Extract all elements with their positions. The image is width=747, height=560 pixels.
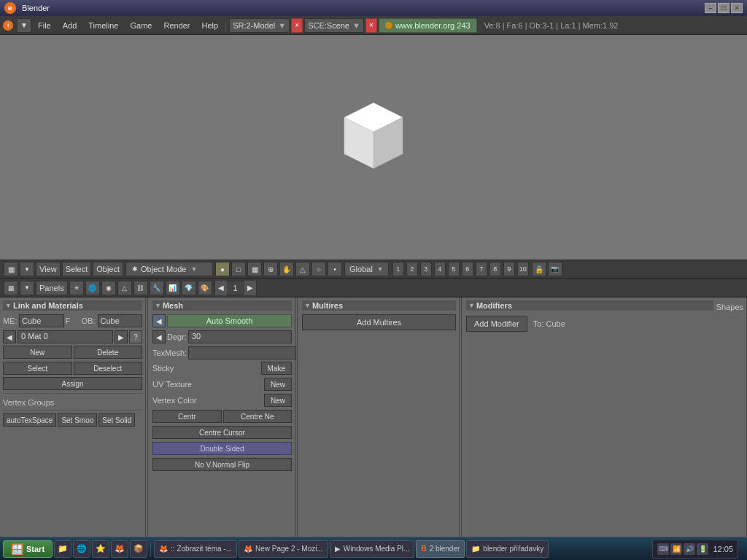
ob-input[interactable] bbox=[98, 314, 143, 327]
mode-selector[interactable]: ✱ Object Mode ▼ bbox=[125, 262, 213, 276]
mat-help-icon[interactable]: ? bbox=[129, 330, 142, 343]
panels-btn[interactable]: Panels bbox=[36, 281, 68, 295]
layer-3[interactable]: 3 bbox=[420, 262, 432, 276]
vertex-color-new-button[interactable]: New bbox=[264, 394, 292, 407]
camera-icon[interactable]: 📷 bbox=[548, 262, 562, 276]
assign-button[interactable]: Assign bbox=[3, 377, 142, 390]
context-down-icon[interactable]: ▼ bbox=[20, 262, 34, 276]
data-icon[interactable]: 📊 bbox=[166, 281, 180, 295]
centr-button[interactable]: Centr bbox=[152, 410, 222, 423]
menu-context-icon[interactable]: ▼ bbox=[17, 18, 31, 33]
maximize-button[interactable]: □ bbox=[718, 3, 729, 13]
mat-slot-next[interactable]: ▶ bbox=[115, 330, 128, 343]
world-icon[interactable]: ◉ bbox=[101, 281, 116, 295]
taskbar-icon-1[interactable]: 📁 bbox=[54, 540, 71, 558]
menu-file[interactable]: File bbox=[32, 20, 57, 31]
toolbar2-down-icon[interactable]: ▼ bbox=[20, 281, 34, 295]
taskbar-item-1[interactable]: 🦊 New Page 2 - Mozi... bbox=[239, 540, 328, 558]
deselect-button[interactable]: Deselect bbox=[74, 362, 143, 375]
triangle-icon[interactable]: △ bbox=[295, 262, 310, 276]
close-scene-btn[interactable]: × bbox=[365, 18, 377, 33]
taskbar-item-0[interactable]: 🦊 :: Zobrazit téma -... bbox=[154, 540, 237, 558]
add-multires-button[interactable]: Add Multires bbox=[302, 314, 456, 330]
context-model-selector[interactable]: SR:2-Model ▼ bbox=[229, 18, 290, 33]
taskbar-icon-5[interactable]: 📦 bbox=[130, 540, 147, 558]
auto-smooth-button[interactable]: Auto Smooth bbox=[167, 314, 292, 327]
centre-ne-button[interactable]: Centre Ne bbox=[223, 410, 293, 423]
pivot-selector[interactable]: Global ▼ bbox=[344, 262, 389, 276]
circle-icon[interactable]: ○ bbox=[311, 262, 326, 276]
render-icon[interactable]: ☀ bbox=[69, 281, 84, 295]
delete-material-button[interactable]: Delete bbox=[74, 346, 143, 359]
mat-slot-prev[interactable]: ◀ bbox=[3, 330, 16, 343]
layer-5[interactable]: 5 bbox=[448, 262, 460, 276]
object-menu[interactable]: Object bbox=[93, 262, 123, 276]
taskbar-icon-4[interactable]: 🦊 bbox=[111, 540, 128, 558]
no-vnormal-button[interactable]: No V.Normal Flip bbox=[152, 458, 292, 471]
menu-add[interactable]: Add bbox=[57, 20, 83, 31]
context-scene-selector[interactable]: SCE:Scene ▼ bbox=[304, 18, 364, 33]
double-sided-button[interactable]: Double Sided bbox=[152, 442, 292, 455]
smooth-arrow-icon[interactable]: ◀ bbox=[152, 314, 166, 327]
render-layer-icon[interactable]: ▦ bbox=[247, 262, 262, 276]
uv-new-button[interactable]: New bbox=[264, 378, 292, 391]
transform-icon[interactable]: ⊕ bbox=[263, 262, 278, 276]
multires-header[interactable]: ▼ Multires bbox=[302, 300, 456, 311]
website-button[interactable]: www.blender.org 243 bbox=[379, 18, 477, 33]
set-solid-button[interactable]: Set Solid bbox=[98, 413, 135, 427]
layer-8[interactable]: 8 bbox=[489, 262, 501, 276]
menu-help[interactable]: Help bbox=[196, 20, 225, 31]
hand-icon[interactable]: ✋ bbox=[279, 262, 294, 276]
menu-game[interactable]: Game bbox=[124, 20, 158, 31]
menu-render[interactable]: Render bbox=[158, 20, 196, 31]
taskbar-item-3[interactable]: B 2 blender bbox=[416, 540, 465, 558]
centre-cursor-button[interactable]: Centre Cursor bbox=[152, 426, 292, 439]
mesh-header[interactable]: ▼ Mesh bbox=[152, 300, 292, 311]
layer-9[interactable]: 9 bbox=[503, 262, 515, 276]
layer-7[interactable]: 7 bbox=[476, 262, 487, 276]
start-button[interactable]: 🪟 Start bbox=[3, 540, 53, 558]
texture-icon[interactable]: 🎨 bbox=[198, 281, 212, 295]
add-modifier-button[interactable]: Add Modifier bbox=[466, 316, 527, 332]
taskbar-item-4[interactable]: 📁 blender přířadavky bbox=[466, 540, 549, 558]
layer-2[interactable]: 2 bbox=[406, 262, 418, 276]
page-next[interactable]: ▶ bbox=[244, 281, 256, 295]
new-material-button[interactable]: New bbox=[3, 346, 72, 359]
lock-icon[interactable]: 🔒 bbox=[532, 262, 546, 276]
object-icon[interactable]: △ bbox=[117, 281, 132, 295]
select-button[interactable]: Select bbox=[3, 362, 72, 375]
degr-arrow-icon[interactable]: ◀ bbox=[152, 330, 166, 343]
layer-4[interactable]: 4 bbox=[434, 262, 446, 276]
taskbar-icon-3[interactable]: ⭐ bbox=[92, 540, 109, 558]
layer-6[interactable]: 6 bbox=[462, 262, 473, 276]
layer-10[interactable]: 10 bbox=[517, 262, 529, 276]
menu-timeline[interactable]: Timeline bbox=[82, 20, 124, 31]
set-smoo-button[interactable]: Set Smoo bbox=[58, 413, 97, 427]
sticky-make-button[interactable]: Make bbox=[261, 362, 292, 375]
constraints-icon[interactable]: ⛓ bbox=[133, 281, 148, 295]
close-model-btn[interactable]: × bbox=[291, 18, 303, 33]
texmesh-input[interactable] bbox=[188, 346, 296, 359]
link-materials-header[interactable]: ▼ Link and Materials bbox=[3, 300, 142, 311]
minimize-button[interactable]: – bbox=[705, 3, 716, 13]
modifiers-icon[interactable]: 🔧 bbox=[150, 281, 164, 295]
scene-icon[interactable]: 🌐 bbox=[85, 281, 100, 295]
viewport-shade-solid[interactable]: ● bbox=[215, 262, 230, 276]
dot-icon[interactable]: • bbox=[328, 262, 342, 276]
properties-panels: ▼ Link and Materials ME: F OB: ◀ 0 Mat 0… bbox=[0, 298, 747, 537]
me-input[interactable] bbox=[19, 314, 64, 327]
modifiers-header[interactable]: ▼ Modifiers bbox=[466, 300, 713, 311]
toolbar2-grid-icon[interactable]: ▦ bbox=[4, 281, 18, 295]
autotexspace-button[interactable]: autoTexSpace bbox=[3, 413, 56, 427]
material-icon[interactable]: 💎 bbox=[182, 281, 196, 295]
grid-icon[interactable]: ▦ bbox=[4, 262, 18, 276]
viewport-shade-wire[interactable]: □ bbox=[231, 262, 246, 276]
view-menu[interactable]: View bbox=[36, 262, 61, 276]
page-prev[interactable]: ◀ bbox=[215, 281, 227, 295]
taskbar-item-2[interactable]: ▶ Windows Media Pl... bbox=[330, 540, 415, 558]
layer-1[interactable]: 1 bbox=[392, 262, 404, 276]
select-menu[interactable]: Select bbox=[62, 262, 92, 276]
taskbar-icon-2[interactable]: 🌐 bbox=[73, 540, 90, 558]
viewport-3d[interactable] bbox=[0, 35, 747, 260]
close-button[interactable]: × bbox=[731, 3, 743, 13]
